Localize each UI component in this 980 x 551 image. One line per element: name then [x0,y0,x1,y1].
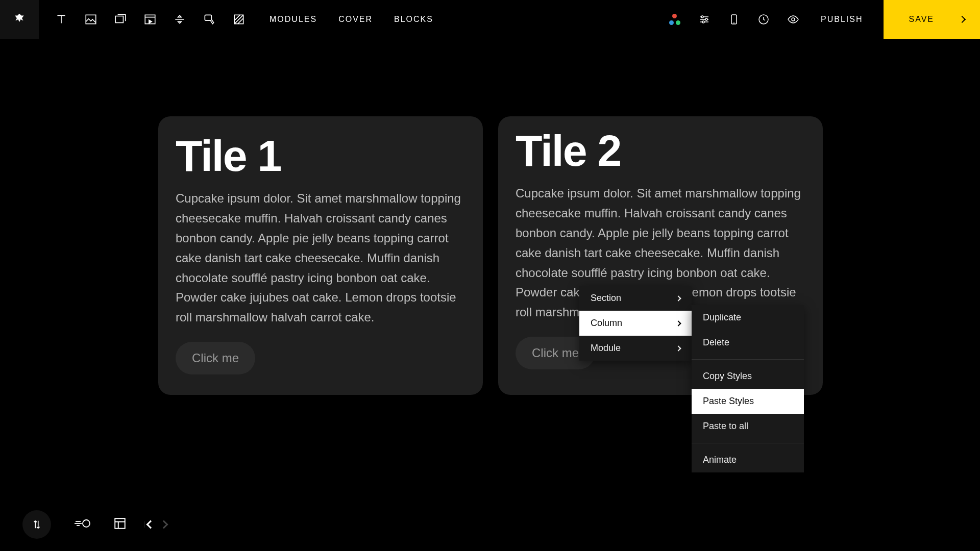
chevron-right-icon [675,345,681,351]
context-menu-item-label: Section [591,293,621,304]
tile-body: Cupcake ipsum dolor. Sit amet marshmallo… [176,189,465,328]
context-menu-item-label: Module [591,343,621,354]
context-submenu-label: Paste Styles [703,396,754,407]
topbar-right: PUBLISH SAVE [668,0,980,39]
context-submenu-paste-styles[interactable]: Paste Styles [692,389,804,414]
bottom-left-toolbar [22,510,167,539]
svg-point-6 [705,18,707,20]
tool-group [39,12,246,27]
canvas: Tile 1 Cupcake ipsum dolor. Sit amet mar… [0,39,980,551]
colors-icon[interactable] [668,12,682,27]
chevron-right-icon [959,16,966,23]
svg-point-7 [702,21,704,23]
context-submenu-label: Copy Styles [703,371,752,382]
reorder-icon [31,519,42,530]
publish-button[interactable]: PUBLISH [821,15,863,24]
gallery-tool-icon[interactable] [113,12,128,27]
topbar: MODULES COVER BLOCKS PUBLISH SAVE [0,0,980,39]
divider [692,443,804,443]
toggle-icon [74,518,91,529]
svg-point-10 [792,18,795,21]
svg-rect-0 [86,15,96,23]
button-tool-icon[interactable] [202,12,216,27]
layout-button[interactable] [113,517,127,532]
tile-button[interactable]: Click me [176,342,255,374]
shape-tool-icon[interactable] [232,12,246,27]
reorder-button[interactable] [22,510,51,539]
svg-rect-3 [205,15,211,20]
sliders-icon[interactable] [697,12,712,27]
context-submenu-label: Delete [703,337,729,348]
text-tool-icon[interactable] [54,12,68,27]
right-icons [668,12,800,27]
save-button-label: SAVE [909,15,935,24]
context-submenu-label: Paste to all [703,421,748,432]
video-tool-icon[interactable] [143,12,157,27]
image-tool-icon[interactable] [84,12,98,27]
context-submenu-duplicate[interactable]: Duplicate [692,305,804,330]
context-menu: Section Column Module [579,286,692,361]
layout-icon [113,517,127,530]
nav-modules[interactable]: MODULES [270,15,317,24]
redo-button[interactable] [160,520,168,529]
undo-button[interactable] [146,520,155,529]
nav-cover[interactable]: COVER [338,15,373,24]
tile-title: Tile 2 [516,129,805,172]
eagle-icon [12,12,27,27]
context-menu-item-label: Column [591,318,622,329]
context-menu-item-column[interactable]: Column [579,311,692,336]
nav-labels: MODULES COVER BLOCKS [270,15,433,24]
logo[interactable] [0,0,39,39]
context-submenu-paste-to-all[interactable]: Paste to all [692,414,804,439]
svg-point-5 [701,16,703,18]
context-submenu: Duplicate Delete Copy Styles Paste Style… [692,305,804,472]
chevron-right-icon [675,320,681,326]
svg-rect-1 [115,16,123,23]
history-icon[interactable] [756,12,771,27]
context-submenu-delete[interactable]: Delete [692,330,804,355]
context-submenu-copy-styles[interactable]: Copy Styles [692,364,804,389]
svg-rect-12 [115,518,125,529]
context-submenu-label: Animate [703,455,737,465]
divider [692,359,804,360]
nav-blocks[interactable]: BLOCKS [394,15,433,24]
context-menu-item-section[interactable]: Section [579,286,692,311]
chevron-right-icon [675,295,681,301]
tile-title: Tile 1 [176,134,465,178]
toggle-button[interactable] [74,518,91,531]
history-nav [144,521,167,528]
context-submenu-animate[interactable]: Animate [692,447,804,472]
svg-point-11 [83,520,90,527]
tile-1[interactable]: Tile 1 Cupcake ipsum dolor. Sit amet mar… [158,116,483,395]
preview-icon[interactable] [786,12,800,27]
divider-tool-icon[interactable] [173,12,187,27]
context-menu-item-module[interactable]: Module [579,336,692,361]
context-submenu-label: Duplicate [703,312,741,323]
save-button[interactable]: SAVE [884,0,981,39]
device-icon[interactable] [727,12,741,27]
